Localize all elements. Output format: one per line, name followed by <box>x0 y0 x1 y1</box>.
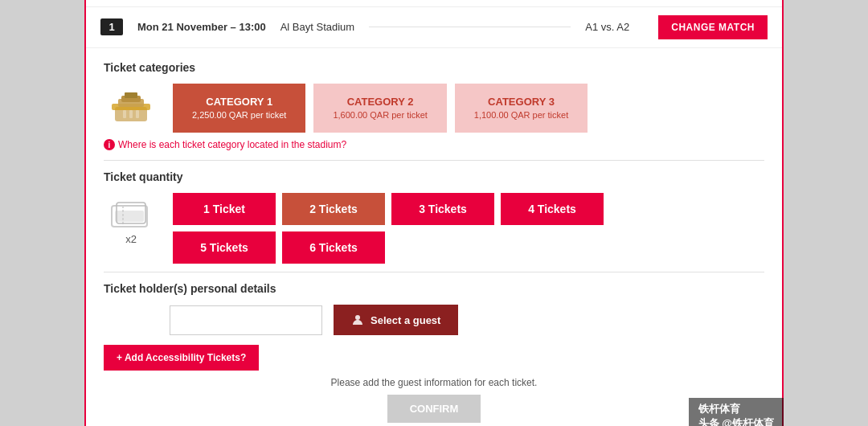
watermark-line1: 铁杆体育 <box>698 402 774 416</box>
section-divider-2 <box>104 272 764 272</box>
person-icon <box>351 313 364 326</box>
ticket-categories-title: Ticket categories <box>104 61 764 74</box>
svg-rect-7 <box>136 110 139 118</box>
ticket-categories-row: CATEGORY 1 2,250.00 QAR per ticket CATEG… <box>104 84 764 133</box>
category-1-price: 2,250.00 QAR per ticket <box>192 109 286 121</box>
confirm-button[interactable]: CONFIRM <box>387 395 481 423</box>
category-3-price: 1,100.00 QAR per ticket <box>474 109 568 121</box>
x2-label: x2 <box>125 233 137 245</box>
qty-1-button[interactable]: 1 Ticket <box>173 193 276 225</box>
info-link-text: Where is each ticket category located in… <box>118 139 346 150</box>
stadium-icon <box>107 84 155 133</box>
category-2-button[interactable]: CATEGORY 2 1,600.00 QAR per ticket <box>313 84 446 133</box>
accessibility-button[interactable]: + Add Accessibility Tickets? <box>104 345 259 371</box>
watermark-line2: 头条 @铁杆体育 <box>698 416 774 426</box>
qty-row-1: 1 Ticket 2 Tickets 3 Tickets 4 Tickets <box>173 193 604 225</box>
qty-3-button[interactable]: 3 Tickets <box>391 193 494 225</box>
svg-rect-5 <box>123 110 126 118</box>
change-match-button[interactable]: CHANGE MATCH <box>658 15 768 39</box>
svg-point-12 <box>355 315 360 320</box>
category-3-button[interactable]: CATEGORY 3 1,100.00 QAR per ticket <box>455 84 588 133</box>
category-1-name: CATEGORY 1 <box>192 95 286 109</box>
ticket-icon-container: x2 <box>104 193 158 245</box>
watermark: 铁杆体育 头条 @铁杆体育 <box>689 398 784 426</box>
category-3-name: CATEGORY 3 <box>474 95 568 109</box>
ticket-quantity-title: Ticket quantity <box>104 170 764 183</box>
svg-rect-4 <box>125 92 137 98</box>
qty-5-button[interactable]: 5 Tickets <box>173 231 276 264</box>
match-venue: Al Bayt Stadium <box>280 21 355 33</box>
match-teams: A1 vs. A2 <box>585 21 629 33</box>
qty-row-2: 5 Tickets 6 Tickets <box>173 231 604 264</box>
svg-rect-9 <box>115 211 144 222</box>
match-divider <box>369 27 571 27</box>
match-number: 1 <box>100 18 123 35</box>
category-2-name: CATEGORY 2 <box>333 95 427 109</box>
modal-header: INDIVIDUAL MATCH TICKETS CANCEL ✕ <box>86 0 782 7</box>
info-icon: i <box>104 139 115 150</box>
modal-body: Ticket categories <box>86 48 782 426</box>
ticket-holder-section: Ticket holder(s) personal details Select… <box>104 282 764 423</box>
ticket-quantity-row: x2 1 Ticket 2 Tickets 3 Tickets 4 Ticket… <box>104 193 764 264</box>
stadium-icon-container <box>104 84 158 133</box>
guest-info-text: Please add the guest information for eac… <box>104 377 764 388</box>
info-link[interactable]: i Where is each ticket category located … <box>104 139 764 150</box>
match-date: Mon 21 November – 13:00 <box>137 21 266 33</box>
holder-name-input[interactable] <box>170 305 322 335</box>
ticket-icon <box>110 199 152 231</box>
section-divider-1 <box>104 160 764 161</box>
qty-2-button[interactable]: 2 Tickets <box>282 193 385 225</box>
holder-row: Select a guest <box>104 305 764 335</box>
categories-container: CATEGORY 1 2,250.00 QAR per ticket CATEG… <box>173 84 588 133</box>
ticket-holder-title: Ticket holder(s) personal details <box>104 282 764 295</box>
category-1-button[interactable]: CATEGORY 1 2,250.00 QAR per ticket <box>173 84 305 133</box>
modal-container: INDIVIDUAL MATCH TICKETS CANCEL ✕ 1 Mon … <box>84 0 784 426</box>
select-guest-button[interactable]: Select a guest <box>334 305 458 335</box>
match-bar: 1 Mon 21 November – 13:00 Al Bayt Stadiu… <box>86 7 782 48</box>
category-2-price: 1,600.00 QAR per ticket <box>333 109 427 121</box>
svg-rect-6 <box>129 110 133 118</box>
qty-6-button[interactable]: 6 Tickets <box>282 231 385 264</box>
quantity-buttons: 1 Ticket 2 Tickets 3 Tickets 4 Tickets 5… <box>173 193 604 264</box>
qty-4-button[interactable]: 4 Tickets <box>501 193 604 225</box>
select-guest-label: Select a guest <box>371 314 440 326</box>
